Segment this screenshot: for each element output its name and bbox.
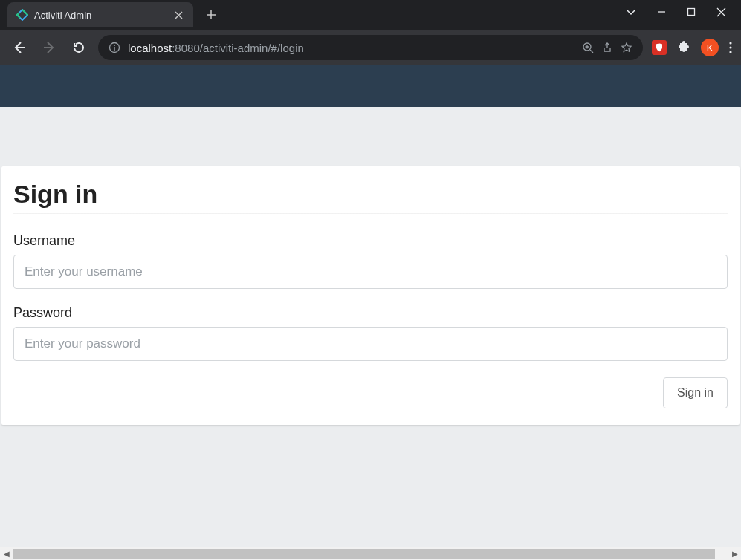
username-input[interactable] xyxy=(13,255,728,289)
svg-rect-5 xyxy=(114,47,114,51)
favicon-activiti-icon xyxy=(16,9,28,21)
share-icon[interactable] xyxy=(601,42,613,53)
url-host: localhost xyxy=(128,42,172,54)
tab-strip: Activiti Admin xyxy=(0,0,221,30)
panel-divider xyxy=(13,213,728,214)
extension-icons: K xyxy=(652,39,732,56)
url-text: localhost:8080/activiti-admin/#/login xyxy=(128,42,575,54)
username-label: Username xyxy=(13,233,728,249)
scroll-left-arrow[interactable]: ◀ xyxy=(0,547,13,560)
username-group: Username xyxy=(13,233,728,289)
window-controls xyxy=(611,0,741,24)
reload-button[interactable] xyxy=(68,37,89,58)
minimize-icon[interactable] xyxy=(657,7,666,16)
url-path: :8080/activiti-admin/#/login xyxy=(172,42,304,54)
password-input[interactable] xyxy=(13,327,728,361)
svg-point-9 xyxy=(729,51,731,53)
adblock-extension-icon[interactable] xyxy=(652,40,667,55)
svg-point-4 xyxy=(114,45,115,46)
chevron-down-icon[interactable] xyxy=(626,7,636,17)
browser-chrome: Activiti Admin xyxy=(0,0,741,65)
extensions-puzzle-icon[interactable] xyxy=(677,41,690,54)
maximize-icon[interactable] xyxy=(687,7,696,16)
site-info-icon[interactable] xyxy=(109,42,120,53)
bookmark-star-icon[interactable] xyxy=(621,42,632,53)
zoom-icon[interactable] xyxy=(582,42,594,53)
form-actions: Sign in xyxy=(13,377,728,408)
close-window-icon[interactable] xyxy=(716,7,726,17)
login-panel: Sign in Username Password Sign in xyxy=(1,166,740,425)
app-navbar xyxy=(0,65,741,107)
tab-title: Activiti Admin xyxy=(34,10,166,21)
forward-button xyxy=(39,37,59,58)
svg-rect-2 xyxy=(688,9,695,16)
close-tab-icon[interactable] xyxy=(172,9,184,21)
horizontal-scrollbar[interactable]: ◀ ▶ xyxy=(0,547,741,560)
back-button[interactable] xyxy=(9,37,30,58)
login-heading: Sign in xyxy=(13,180,728,209)
address-bar[interactable]: localhost:8080/activiti-admin/#/login xyxy=(98,35,643,60)
scroll-right-arrow[interactable]: ▶ xyxy=(728,547,741,560)
svg-point-7 xyxy=(729,42,731,44)
profile-avatar[interactable]: K xyxy=(701,39,719,56)
scroll-thumb[interactable] xyxy=(13,549,715,559)
new-tab-button[interactable] xyxy=(201,4,221,25)
kebab-menu-icon[interactable] xyxy=(729,42,732,53)
svg-marker-1 xyxy=(17,10,27,20)
svg-point-8 xyxy=(729,46,731,48)
svg-marker-0 xyxy=(17,10,27,20)
browser-tab[interactable]: Activiti Admin xyxy=(7,2,193,27)
password-group: Password xyxy=(13,305,728,361)
scroll-track[interactable] xyxy=(13,547,728,560)
password-label: Password xyxy=(13,305,728,321)
browser-toolbar: localhost:8080/activiti-admin/#/login K xyxy=(0,30,741,65)
sign-in-button[interactable]: Sign in xyxy=(663,377,728,408)
page-body: Sign in Username Password Sign in ◀ ▶ xyxy=(0,107,741,560)
page-viewport: Sign in Username Password Sign in ◀ ▶ xyxy=(0,65,741,560)
title-bar: Activiti Admin xyxy=(0,0,741,30)
